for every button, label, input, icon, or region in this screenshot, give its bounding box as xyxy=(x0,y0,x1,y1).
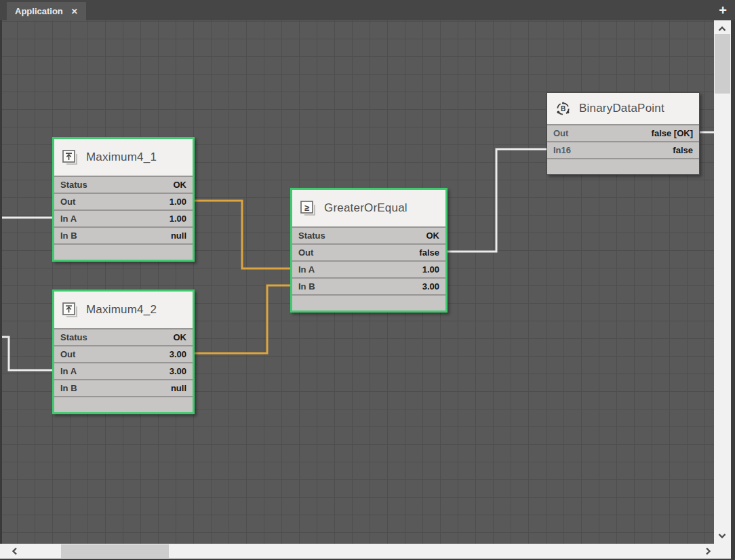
maximum-icon xyxy=(62,302,79,319)
slot-row-in-a[interactable]: In A 3.00 xyxy=(54,362,193,379)
slot-value: false xyxy=(419,247,439,258)
slot-value: false [OK] xyxy=(652,128,693,138)
maximum-icon xyxy=(62,149,79,166)
node-header[interactable]: B BinaryDataPoint xyxy=(547,93,699,124)
slot-row-status[interactable]: Status OK xyxy=(54,328,193,345)
scroll-right-icon[interactable] xyxy=(702,546,713,557)
slot-value: OK xyxy=(174,332,187,342)
slot-row-out[interactable]: Out 1.00 xyxy=(54,193,193,209)
slot-label: In A xyxy=(60,214,77,224)
vertical-scrollbar[interactable] xyxy=(714,20,731,544)
vertical-scrollbar-thumb[interactable] xyxy=(715,34,730,94)
slot-label: In B xyxy=(298,281,315,292)
node-header[interactable]: Maximum4_1 xyxy=(54,139,193,176)
slot-row-in-a[interactable]: In A 1.00 xyxy=(292,260,445,277)
wire-sheet-editor: { "window": { "tab": { "label": "Applica… xyxy=(0,0,735,560)
binary-data-point-icon: B xyxy=(555,100,572,117)
greater-or-equal-icon: ≥ xyxy=(300,200,317,217)
slot-value: OK xyxy=(174,180,187,190)
horizontal-scrollbar[interactable] xyxy=(0,544,731,559)
slot-value: null xyxy=(171,231,186,241)
slot-value: 3.00 xyxy=(170,349,186,359)
node-footer xyxy=(547,158,699,174)
slot-value: 1.00 xyxy=(170,214,186,224)
slot-value: 3.00 xyxy=(422,281,439,292)
slot-label: In A xyxy=(298,264,315,275)
slot-label: Out xyxy=(60,349,75,359)
tab-close-icon[interactable]: ✕ xyxy=(71,7,78,16)
slot-row-in-b[interactable]: In B null xyxy=(54,226,193,243)
slot-row-in-b[interactable]: In B 3.00 xyxy=(292,277,445,294)
slot-row-in16[interactable]: In16 false xyxy=(547,141,699,158)
scroll-left-icon[interactable] xyxy=(9,546,20,557)
slot-value: 1.00 xyxy=(422,264,439,275)
slot-row-in-a[interactable]: In A 1.00 xyxy=(54,209,193,226)
slot-label: Status xyxy=(60,180,87,190)
svg-text:B: B xyxy=(561,105,565,113)
svg-text:≥: ≥ xyxy=(304,202,309,212)
slot-value: null xyxy=(171,383,186,393)
tab-label: Application xyxy=(15,6,63,16)
node-footer xyxy=(54,396,193,412)
slot-label: Out xyxy=(553,128,568,138)
slot-row-out[interactable]: Out false [OK] xyxy=(547,124,699,141)
node-greaterorequal[interactable]: ≥ GreaterOrEqual Status OK Out false In … xyxy=(290,188,448,313)
node-title: GreaterOrEqual xyxy=(324,201,408,215)
node-footer xyxy=(54,243,193,260)
tab-bar: Application ✕ + xyxy=(0,0,735,20)
slot-row-status[interactable]: Status OK xyxy=(54,176,193,193)
slot-row-out[interactable]: Out 3.00 xyxy=(54,345,193,362)
slot-row-out[interactable]: Out false xyxy=(292,243,445,260)
tab-application[interactable]: Application ✕ xyxy=(7,2,86,20)
slot-label: In16 xyxy=(553,145,571,155)
node-footer xyxy=(292,294,445,311)
slot-value: OK xyxy=(426,231,440,241)
scroll-up-icon[interactable] xyxy=(717,24,728,35)
slot-label: In B xyxy=(60,383,77,393)
slot-row-in-b[interactable]: In B null xyxy=(54,379,193,396)
node-maximum4-2[interactable]: Maximum4_2 Status OK Out 3.00 In A 3.00 … xyxy=(52,289,195,414)
slot-label: Status xyxy=(298,231,325,241)
node-maximum4-1[interactable]: Maximum4_1 Status OK Out 1.00 In A 1.00 … xyxy=(52,137,195,262)
node-title: BinaryDataPoint xyxy=(579,102,664,115)
slot-label: Out xyxy=(60,197,75,207)
node-binarydatapoint[interactable]: B BinaryDataPoint Out false [OK] In16 fa… xyxy=(547,92,700,175)
scroll-down-icon[interactable] xyxy=(717,530,728,541)
new-tab-button[interactable]: + xyxy=(719,1,727,19)
node-header[interactable]: ≥ GreaterOrEqual xyxy=(292,190,445,226)
slot-label: Out xyxy=(298,247,313,258)
slot-label: In B xyxy=(60,231,77,241)
node-header[interactable]: Maximum4_2 xyxy=(54,292,193,328)
slot-label: In A xyxy=(60,366,77,376)
slot-row-status[interactable]: Status OK xyxy=(292,226,445,243)
slot-label: Status xyxy=(60,332,87,342)
node-title: Maximum4_1 xyxy=(86,151,157,164)
node-title: Maximum4_2 xyxy=(86,303,157,317)
slot-value: 3.00 xyxy=(170,366,186,376)
slot-value: false xyxy=(673,145,693,155)
horizontal-scrollbar-thumb[interactable] xyxy=(61,544,169,558)
slot-value: 1.00 xyxy=(170,197,186,207)
